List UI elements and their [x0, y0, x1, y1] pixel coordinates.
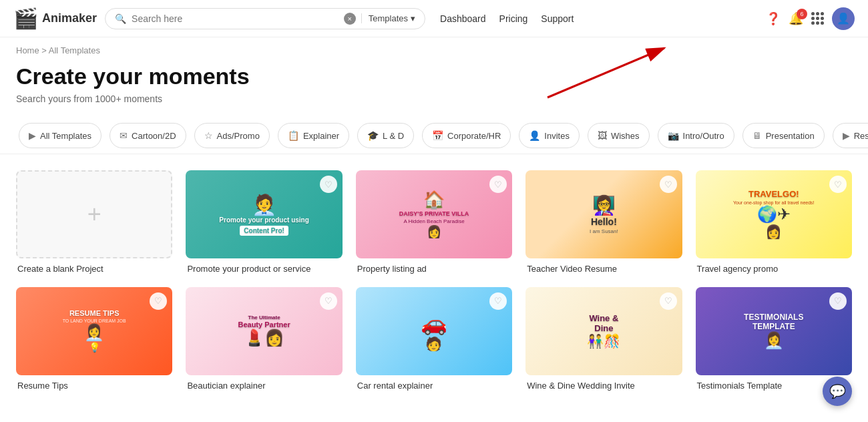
favorite-btn-beauty[interactable]: ♡ — [320, 292, 337, 310]
template-resume-tips[interactable]: RESUME TIPS TO LAND YOUR DREAM JOB 👩‍💼 💡… — [16, 287, 172, 391]
favorite-btn-wine[interactable]: ♡ — [660, 292, 677, 310]
favorite-btn-car[interactable]: ♡ — [489, 292, 507, 310]
cat-tab-cartoon[interactable]: ✉ Cartoon/2D — [110, 123, 186, 148]
cat-icon-cartoon: ✉ — [120, 130, 128, 141]
search-input[interactable] — [132, 13, 339, 24]
favorite-btn-promo[interactable]: ♡ — [320, 176, 337, 193]
page-subtitle: Search yours from 1000+ moments — [16, 93, 852, 104]
template-label-promo: Promote your product or service — [186, 264, 342, 274]
nav-dashboard[interactable]: Dashboard — [440, 13, 486, 24]
favorite-btn-villa[interactable]: ♡ — [489, 176, 507, 193]
template-wine[interactable]: Wine & Dine 👫🎊 ♡ Wine & Dine Wedding Inv… — [525, 287, 682, 391]
page-title: Create your moments — [16, 63, 852, 89]
thumb-content-villa: 🏠 DAISY'S PRIVATE VILLA A Hidden Beach P… — [356, 170, 512, 258]
thumb-content-wine: Wine & Dine 👫🎊 — [525, 287, 682, 375]
breadcrumb: Home > All Templates — [0, 37, 868, 58]
apps-grid-icon[interactable] — [811, 12, 824, 25]
template-label-villa: Property listing ad — [356, 264, 512, 274]
cat-label-corporate: Corporate/HR — [447, 131, 501, 141]
template-label-blank: Create a blank Project — [16, 264, 172, 274]
grid-dots — [811, 12, 824, 25]
cat-label-resume: Resume/Portfolio — [854, 131, 868, 141]
chevron-down-icon: ▾ — [411, 13, 415, 23]
thumb-content-testimonials: TESTIMONIALS TEMPLATE 👩‍💼 — [696, 287, 852, 375]
breadcrumb-current: All Templates — [49, 45, 100, 55]
template-label-beauty: Beautician explainer — [186, 381, 342, 391]
search-bar: 🔍 × Templates ▾ — [105, 8, 425, 29]
templates-grid: + Create a blank Project 🧑‍💼 Promote you… — [0, 154, 868, 407]
logo-text: Animaker — [42, 11, 97, 25]
template-label-travel: Travel agency promo — [696, 264, 852, 274]
template-beauty[interactable]: The Ultimate Beauty Partner 💄👩 ♡ Beautic… — [186, 287, 342, 391]
favorite-btn-testimonials[interactable]: ♡ — [829, 292, 847, 310]
filter-label: Templates — [369, 13, 408, 23]
cat-tab-ld[interactable]: 🎓 L & D — [357, 123, 414, 148]
template-travel[interactable]: TRAVELGO! Your one-stop shop for all tra… — [696, 170, 852, 274]
cat-label-ads: Ads/Promo — [217, 131, 260, 141]
cat-label-presentation: Presentation — [766, 131, 815, 141]
search-clear-button[interactable]: × — [344, 13, 356, 25]
thumb-content-car: 🚗 🧑 — [356, 287, 512, 375]
cat-icon-corporate: 📅 — [432, 130, 443, 141]
notification-badge: 6 — [797, 9, 807, 19]
template-label-car: Car rental explainer — [356, 381, 512, 391]
notifications-icon[interactable]: 🔔 6 — [789, 11, 803, 26]
template-label-wine: Wine & Dine Wedding Invite — [525, 381, 682, 391]
thumb-content-beauty: The Ultimate Beauty Partner 💄👩 — [186, 287, 342, 375]
template-testimonials[interactable]: TESTIMONIALS TEMPLATE 👩‍💼 ♡ Testimonials… — [696, 287, 852, 391]
search-icon: 🔍 — [115, 13, 126, 24]
cat-tab-corporate[interactable]: 📅 Corporate/HR — [422, 123, 511, 148]
favorite-btn-teacher[interactable]: ♡ — [660, 176, 677, 193]
template-label-resume-tips: Resume Tips — [16, 381, 172, 391]
cat-label-explainer: Explainer — [303, 131, 339, 141]
cat-tab-invites[interactable]: 👤 Invites — [519, 123, 580, 148]
template-car[interactable]: 🚗 🧑 ♡ Car rental explainer — [356, 287, 512, 391]
category-bar: ▶ All Templates ✉ Cartoon/2D ☆ Ads/Promo… — [0, 118, 868, 154]
cat-tab-wishes[interactable]: 🖼 Wishes — [588, 123, 650, 148]
cat-icon-invites: 👤 — [529, 130, 540, 141]
template-blank[interactable]: + Create a blank Project — [16, 170, 172, 274]
header-icons: ❓ 🔔 6 👤 — [766, 7, 855, 30]
chat-icon: 💬 — [829, 383, 846, 399]
plus-icon: + — [87, 200, 101, 228]
nav-support[interactable]: Support — [541, 13, 574, 24]
cat-icon-wishes: 🖼 — [598, 130, 607, 141]
cat-icon-all: ▶ — [29, 130, 36, 141]
cat-tab-ads[interactable]: ☆ Ads/Promo — [194, 123, 270, 148]
cat-label-invites: Invites — [544, 131, 570, 141]
thumb-content-promo: 🧑‍💼 Promote your product using Content P… — [186, 170, 342, 258]
template-villa[interactable]: 🏠 DAISY'S PRIVATE VILLA A Hidden Beach P… — [356, 170, 512, 274]
cat-icon-intro: 📷 — [668, 130, 679, 141]
hero-section: Create your moments Search yours from 10… — [0, 58, 868, 118]
help-icon[interactable]: ❓ — [766, 11, 781, 26]
cat-icon-ads: ☆ — [204, 130, 213, 141]
chat-support-button[interactable]: 💬 — [823, 377, 852, 406]
search-filter-dropdown[interactable]: Templates ▾ — [361, 13, 415, 23]
cat-icon-presentation: 🖥 — [752, 130, 762, 141]
template-teacher[interactable]: 👩‍🏫 Hello! I am Susan! ♡ Teacher Video R… — [525, 170, 682, 274]
breadcrumb-home[interactable]: Home — [16, 45, 39, 55]
cat-tab-resume[interactable]: ▶ Resume/Portfolio — [833, 123, 868, 148]
user-avatar[interactable]: 👤 — [832, 7, 855, 30]
header: 🎬 Animaker 🔍 × Templates ▾ Dashboard Pri… — [0, 0, 868, 37]
cat-label-all: All Templates — [40, 131, 91, 141]
thumb-content-resume-tips: RESUME TIPS TO LAND YOUR DREAM JOB 👩‍💼 💡 — [16, 287, 172, 375]
cat-icon-resume: ▶ — [843, 130, 850, 141]
cat-tab-explainer[interactable]: 📋 Explainer — [278, 123, 349, 148]
cat-tab-presentation[interactable]: 🖥 Presentation — [742, 123, 825, 148]
template-label-teacher: Teacher Video Resume — [525, 264, 682, 274]
breadcrumb-separator: > — [41, 45, 47, 55]
logo[interactable]: 🎬 Animaker — [13, 7, 97, 30]
nav-pricing[interactable]: Pricing — [499, 13, 528, 24]
thumb-content-teacher: 👩‍🏫 Hello! I am Susan! — [525, 170, 682, 258]
cat-tab-all[interactable]: ▶ All Templates — [19, 123, 101, 148]
favorite-btn-travel[interactable]: ♡ — [829, 176, 847, 193]
cat-tab-intro[interactable]: 📷 Intro/Outro — [658, 123, 734, 148]
thumb-content-travel: TRAVELGO! Your one-stop shop for all tra… — [696, 170, 852, 258]
main-nav: Dashboard Pricing Support — [440, 13, 574, 24]
cat-icon-explainer: 📋 — [288, 130, 299, 141]
template-promo[interactable]: 🧑‍💼 Promote your product using Content P… — [186, 170, 342, 274]
cat-label-wishes: Wishes — [611, 131, 640, 141]
cat-icon-ld: 🎓 — [367, 130, 379, 141]
cat-label-cartoon: Cartoon/2D — [132, 131, 176, 141]
